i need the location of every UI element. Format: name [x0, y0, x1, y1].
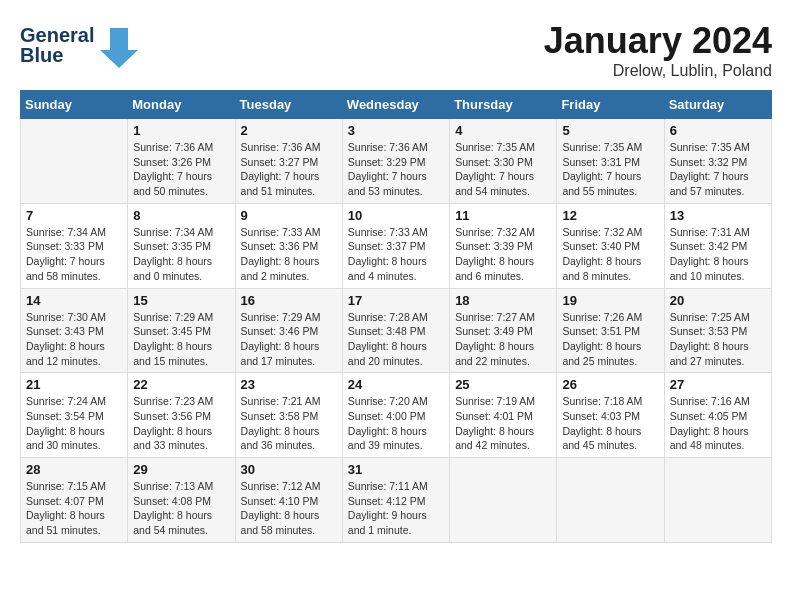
logo-svg: General Blue [20, 20, 150, 70]
logo: General Blue [20, 20, 150, 70]
day-info: Sunrise: 7:34 AMSunset: 3:35 PMDaylight:… [133, 225, 229, 284]
day-info: Sunrise: 7:12 AMSunset: 4:10 PMDaylight:… [241, 479, 337, 538]
calendar-cell: 16Sunrise: 7:29 AMSunset: 3:46 PMDayligh… [235, 288, 342, 373]
day-info: Sunrise: 7:30 AMSunset: 3:43 PMDaylight:… [26, 310, 122, 369]
day-number: 13 [670, 208, 766, 223]
calendar-cell: 5Sunrise: 7:35 AMSunset: 3:31 PMDaylight… [557, 119, 664, 204]
day-info: Sunrise: 7:24 AMSunset: 3:54 PMDaylight:… [26, 394, 122, 453]
calendar-cell: 31Sunrise: 7:11 AMSunset: 4:12 PMDayligh… [342, 458, 449, 543]
calendar-cell: 15Sunrise: 7:29 AMSunset: 3:45 PMDayligh… [128, 288, 235, 373]
day-info: Sunrise: 7:18 AMSunset: 4:03 PMDaylight:… [562, 394, 658, 453]
day-info: Sunrise: 7:36 AMSunset: 3:29 PMDaylight:… [348, 140, 444, 199]
calendar-cell: 28Sunrise: 7:15 AMSunset: 4:07 PMDayligh… [21, 458, 128, 543]
day-number: 31 [348, 462, 444, 477]
page-header: General Blue January 2024 Drelow, Lublin… [20, 20, 772, 80]
day-info: Sunrise: 7:15 AMSunset: 4:07 PMDaylight:… [26, 479, 122, 538]
day-info: Sunrise: 7:11 AMSunset: 4:12 PMDaylight:… [348, 479, 444, 538]
day-info: Sunrise: 7:13 AMSunset: 4:08 PMDaylight:… [133, 479, 229, 538]
calendar-cell: 17Sunrise: 7:28 AMSunset: 3:48 PMDayligh… [342, 288, 449, 373]
calendar-cell: 14Sunrise: 7:30 AMSunset: 3:43 PMDayligh… [21, 288, 128, 373]
calendar-week-2: 7Sunrise: 7:34 AMSunset: 3:33 PMDaylight… [21, 203, 772, 288]
day-number: 22 [133, 377, 229, 392]
day-number: 4 [455, 123, 551, 138]
column-headers: SundayMondayTuesdayWednesdayThursdayFrid… [21, 91, 772, 119]
month-title: January 2024 [544, 20, 772, 62]
svg-text:Blue: Blue [20, 44, 63, 66]
svg-marker-2 [100, 28, 138, 68]
calendar-cell: 24Sunrise: 7:20 AMSunset: 4:00 PMDayligh… [342, 373, 449, 458]
calendar-cell: 3Sunrise: 7:36 AMSunset: 3:29 PMDaylight… [342, 119, 449, 204]
calendar-cell: 13Sunrise: 7:31 AMSunset: 3:42 PMDayligh… [664, 203, 771, 288]
day-number: 27 [670, 377, 766, 392]
day-info: Sunrise: 7:36 AMSunset: 3:27 PMDaylight:… [241, 140, 337, 199]
calendar-cell [450, 458, 557, 543]
calendar-cell: 6Sunrise: 7:35 AMSunset: 3:32 PMDaylight… [664, 119, 771, 204]
calendar-cell: 25Sunrise: 7:19 AMSunset: 4:01 PMDayligh… [450, 373, 557, 458]
day-info: Sunrise: 7:23 AMSunset: 3:56 PMDaylight:… [133, 394, 229, 453]
column-header-friday: Friday [557, 91, 664, 119]
day-info: Sunrise: 7:31 AMSunset: 3:42 PMDaylight:… [670, 225, 766, 284]
day-number: 11 [455, 208, 551, 223]
column-header-wednesday: Wednesday [342, 91, 449, 119]
calendar-cell: 21Sunrise: 7:24 AMSunset: 3:54 PMDayligh… [21, 373, 128, 458]
day-info: Sunrise: 7:19 AMSunset: 4:01 PMDaylight:… [455, 394, 551, 453]
calendar-cell: 4Sunrise: 7:35 AMSunset: 3:30 PMDaylight… [450, 119, 557, 204]
day-number: 30 [241, 462, 337, 477]
column-header-tuesday: Tuesday [235, 91, 342, 119]
day-number: 14 [26, 293, 122, 308]
day-number: 7 [26, 208, 122, 223]
calendar-cell: 23Sunrise: 7:21 AMSunset: 3:58 PMDayligh… [235, 373, 342, 458]
day-number: 10 [348, 208, 444, 223]
calendar-cell: 9Sunrise: 7:33 AMSunset: 3:36 PMDaylight… [235, 203, 342, 288]
calendar-week-1: 1Sunrise: 7:36 AMSunset: 3:26 PMDaylight… [21, 119, 772, 204]
day-number: 9 [241, 208, 337, 223]
day-info: Sunrise: 7:35 AMSunset: 3:32 PMDaylight:… [670, 140, 766, 199]
calendar-cell: 8Sunrise: 7:34 AMSunset: 3:35 PMDaylight… [128, 203, 235, 288]
day-info: Sunrise: 7:29 AMSunset: 3:45 PMDaylight:… [133, 310, 229, 369]
calendar-cell: 1Sunrise: 7:36 AMSunset: 3:26 PMDaylight… [128, 119, 235, 204]
day-info: Sunrise: 7:32 AMSunset: 3:40 PMDaylight:… [562, 225, 658, 284]
calendar-cell: 20Sunrise: 7:25 AMSunset: 3:53 PMDayligh… [664, 288, 771, 373]
day-info: Sunrise: 7:16 AMSunset: 4:05 PMDaylight:… [670, 394, 766, 453]
calendar-cell: 27Sunrise: 7:16 AMSunset: 4:05 PMDayligh… [664, 373, 771, 458]
day-info: Sunrise: 7:33 AMSunset: 3:36 PMDaylight:… [241, 225, 337, 284]
day-info: Sunrise: 7:21 AMSunset: 3:58 PMDaylight:… [241, 394, 337, 453]
day-number: 12 [562, 208, 658, 223]
calendar-cell: 7Sunrise: 7:34 AMSunset: 3:33 PMDaylight… [21, 203, 128, 288]
day-info: Sunrise: 7:20 AMSunset: 4:00 PMDaylight:… [348, 394, 444, 453]
day-number: 2 [241, 123, 337, 138]
calendar-cell: 11Sunrise: 7:32 AMSunset: 3:39 PMDayligh… [450, 203, 557, 288]
day-info: Sunrise: 7:35 AMSunset: 3:30 PMDaylight:… [455, 140, 551, 199]
day-number: 16 [241, 293, 337, 308]
day-number: 23 [241, 377, 337, 392]
day-info: Sunrise: 7:25 AMSunset: 3:53 PMDaylight:… [670, 310, 766, 369]
day-info: Sunrise: 7:34 AMSunset: 3:33 PMDaylight:… [26, 225, 122, 284]
calendar-cell: 26Sunrise: 7:18 AMSunset: 4:03 PMDayligh… [557, 373, 664, 458]
calendar-cell: 18Sunrise: 7:27 AMSunset: 3:49 PMDayligh… [450, 288, 557, 373]
day-number: 29 [133, 462, 229, 477]
day-number: 8 [133, 208, 229, 223]
title-area: January 2024 Drelow, Lublin, Poland [544, 20, 772, 80]
column-header-thursday: Thursday [450, 91, 557, 119]
day-info: Sunrise: 7:27 AMSunset: 3:49 PMDaylight:… [455, 310, 551, 369]
calendar-cell: 22Sunrise: 7:23 AMSunset: 3:56 PMDayligh… [128, 373, 235, 458]
day-info: Sunrise: 7:36 AMSunset: 3:26 PMDaylight:… [133, 140, 229, 199]
day-info: Sunrise: 7:28 AMSunset: 3:48 PMDaylight:… [348, 310, 444, 369]
day-number: 24 [348, 377, 444, 392]
day-info: Sunrise: 7:35 AMSunset: 3:31 PMDaylight:… [562, 140, 658, 199]
day-number: 20 [670, 293, 766, 308]
day-info: Sunrise: 7:29 AMSunset: 3:46 PMDaylight:… [241, 310, 337, 369]
svg-text:General: General [20, 24, 94, 46]
calendar-cell [21, 119, 128, 204]
day-number: 6 [670, 123, 766, 138]
day-number: 17 [348, 293, 444, 308]
day-info: Sunrise: 7:32 AMSunset: 3:39 PMDaylight:… [455, 225, 551, 284]
day-number: 3 [348, 123, 444, 138]
day-number: 26 [562, 377, 658, 392]
day-number: 5 [562, 123, 658, 138]
calendar-cell: 29Sunrise: 7:13 AMSunset: 4:08 PMDayligh… [128, 458, 235, 543]
calendar-cell: 30Sunrise: 7:12 AMSunset: 4:10 PMDayligh… [235, 458, 342, 543]
day-number: 1 [133, 123, 229, 138]
day-number: 18 [455, 293, 551, 308]
column-header-monday: Monday [128, 91, 235, 119]
